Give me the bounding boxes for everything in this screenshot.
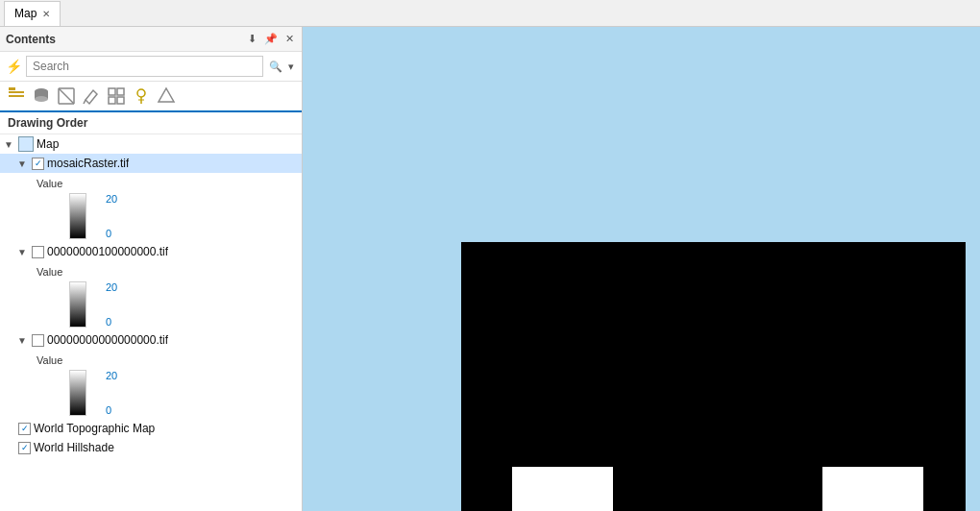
search-buttons: 🔍 ▾: [267, 61, 296, 73]
svg-rect-1: [9, 95, 24, 97]
chart-icon[interactable]: [156, 85, 177, 107]
map-expand-arrow: ▼: [4, 139, 15, 150]
mosaic-raster-checkbox[interactable]: [32, 158, 44, 170]
panel-controls: ⬇ 📌 ✕: [246, 33, 296, 45]
search-bar: ⚡ 🔍 ▾: [0, 52, 302, 82]
mosaic-raster-item: ▼ mosaicRaster.tif Value 20 0: [0, 154, 302, 242]
search-button[interactable]: 🔍: [267, 61, 284, 73]
mosaic-raster-label: mosaicRaster.tif: [47, 157, 129, 170]
raster-1-row[interactable]: ▼ 00000000100000000.tif: [0, 242, 302, 261]
map-tab[interactable]: Map ✕: [4, 1, 61, 26]
raster-1-label: 00000000100000000.tif: [47, 245, 168, 258]
panel-header: Contents ⬇ 📌 ✕: [0, 27, 302, 52]
raster-1-value-section: Value 20 0: [0, 261, 302, 330]
pencil-icon[interactable]: [81, 85, 102, 107]
world-hillshade-item[interactable]: ▼ World Hillshade: [0, 438, 302, 457]
main-area: Contents ⬇ 📌 ✕ ⚡ 🔍 ▾: [0, 27, 980, 511]
raster-1-value-label: Value: [37, 266, 62, 278]
raster-1-item: ▼ 00000000100000000.tif Value 20 0: [0, 242, 302, 330]
map-tab-close[interactable]: ✕: [42, 9, 50, 19]
raster-2-item: ▼ 00000000000000000.tif Value 20 0: [0, 330, 302, 419]
mosaic-value-label: Value: [37, 178, 62, 189]
raster-2-value-low: 0: [106, 404, 117, 416]
world-topo-item[interactable]: ▼ World Topographic Map: [0, 419, 302, 438]
svg-point-12: [137, 89, 145, 97]
pin-button[interactable]: 📌: [262, 33, 280, 45]
mosaic-gradient-container: 20 0: [29, 191, 294, 241]
layer-tree: ▼ Map ▼ mosaicRaster.tif Value 20: [0, 134, 302, 511]
world-topo-label: World Topographic Map: [34, 422, 155, 435]
mosaic-value-high: 20: [106, 193, 117, 205]
grid-icon[interactable]: [106, 85, 127, 107]
map-white-region-2: [822, 467, 923, 511]
database-icon[interactable]: [31, 85, 52, 107]
raster-2-label: 00000000000000000.tif: [47, 333, 168, 347]
raster-2-gradient-bar: [69, 370, 86, 416]
raster-1-gradient-container: 20 0: [29, 280, 294, 329]
world-hillshade-checkbox[interactable]: [18, 442, 31, 454]
map-group-item[interactable]: ▼ Map: [0, 134, 302, 154]
raster-2-value-label: Value: [37, 354, 62, 366]
world-topo-checkbox[interactable]: [18, 423, 31, 435]
mosaic-gradient-labels: 20 0: [86, 193, 117, 239]
raster-2-gradient-container: 20 0: [29, 368, 294, 418]
contents-panel: Contents ⬇ 📌 ✕ ⚡ 🔍 ▾: [0, 27, 303, 511]
mosaic-gradient-bar: [69, 193, 86, 239]
pin-icon[interactable]: [131, 85, 152, 107]
raster-2-checkbox[interactable]: [32, 334, 44, 347]
mosaic-expand-arrow: ▼: [17, 158, 29, 169]
svg-rect-2: [9, 87, 15, 90]
map-tab-label: Map: [14, 7, 37, 20]
mosaic-value-low: 0: [106, 228, 117, 239]
mosaic-raster-row[interactable]: ▼ mosaicRaster.tif: [0, 154, 302, 173]
raster-1-checkbox[interactable]: [32, 246, 44, 258]
svg-rect-0: [9, 91, 24, 93]
search-dropdown-button[interactable]: ▾: [286, 61, 296, 73]
raster-2-row[interactable]: ▼ 00000000000000000.tif: [0, 330, 302, 350]
map-view: [303, 27, 980, 511]
close-panel-button[interactable]: ✕: [283, 33, 296, 45]
map-layer-icon: [18, 136, 34, 152]
layers-icon[interactable]: [6, 85, 27, 107]
collapse-button[interactable]: ⬇: [246, 33, 258, 45]
panel-title: Contents: [6, 33, 56, 46]
svg-point-5: [35, 96, 48, 102]
raster-2-expand-arrow: ▼: [17, 335, 29, 346]
mosaic-value-section: Value 20 0: [0, 173, 302, 242]
search-input[interactable]: [26, 56, 263, 77]
svg-line-7: [84, 100, 86, 104]
raster-2-value-section: Value 20 0: [0, 350, 302, 419]
tab-bar: Map ✕: [0, 0, 980, 27]
svg-rect-9: [117, 88, 124, 95]
raster-1-gradient-bar: [69, 281, 86, 328]
drawing-order-label: Drawing Order: [0, 112, 302, 134]
filter-icon: ⚡: [6, 59, 22, 74]
svg-rect-8: [109, 88, 115, 95]
raster-1-gradient-labels: 20 0: [86, 281, 117, 328]
raster-1-value-low: 0: [106, 316, 117, 328]
map-layer-label: Map: [37, 137, 59, 151]
raster-1-expand-arrow: ▼: [17, 247, 29, 257]
toolbar-row: [0, 82, 302, 112]
raster-2-gradient-labels: 20 0: [86, 370, 117, 416]
world-hillshade-label: World Hillshade: [34, 441, 114, 454]
svg-rect-10: [109, 97, 115, 104]
visibility-icon[interactable]: [56, 85, 77, 107]
svg-marker-13: [159, 88, 174, 102]
map-white-region-1: [512, 467, 613, 511]
raster-2-value-high: 20: [106, 370, 117, 381]
svg-rect-11: [117, 97, 124, 104]
raster-1-value-high: 20: [106, 281, 117, 293]
